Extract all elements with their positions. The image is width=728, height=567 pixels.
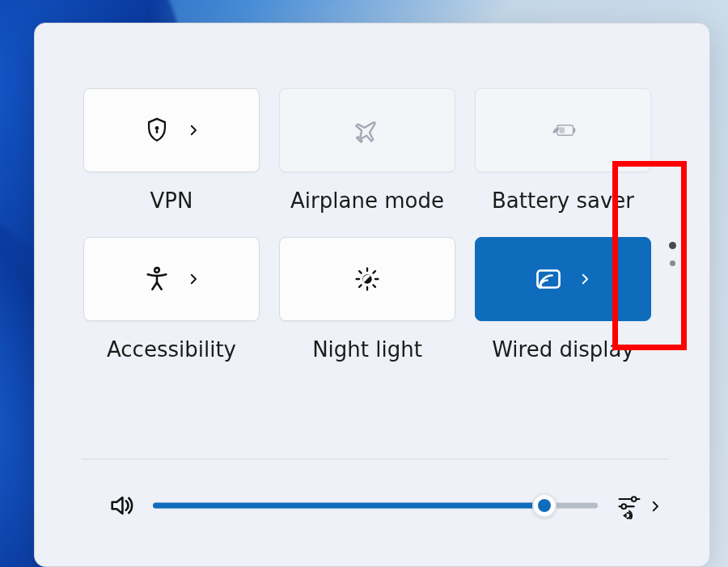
chevron-right-icon [186, 123, 201, 138]
tile-label: Night light [312, 337, 422, 362]
sound-output-button[interactable] [616, 492, 661, 519]
svg-rect-2 [574, 128, 576, 132]
brightness-icon [353, 264, 382, 294]
tile-cell-airplane: Airplane mode [279, 88, 455, 213]
airplane-icon [353, 116, 382, 145]
tile-cell-wired-display: Wired display [475, 237, 651, 362]
tile-label: Accessibility [107, 337, 236, 362]
svg-rect-3 [560, 127, 565, 133]
svg-point-17 [632, 497, 637, 501]
airplane-mode-toggle[interactable] [279, 88, 455, 172]
wired-display-toggle[interactable] [475, 237, 651, 321]
vpn-toggle[interactable] [83, 88, 260, 172]
svg-line-11 [373, 285, 375, 287]
slider-thumb[interactable] [532, 493, 557, 518]
battery-saver-toggle[interactable] [475, 88, 651, 172]
battery-leaf-icon [548, 116, 578, 145]
volume-row [108, 489, 661, 522]
cast-icon [534, 264, 563, 294]
volume-slider[interactable] [153, 489, 598, 522]
svg-line-10 [359, 271, 362, 273]
svg-point-19 [621, 504, 626, 509]
svg-point-0 [155, 126, 159, 130]
tile-label: Airplane mode [290, 188, 444, 213]
accessibility-toggle[interactable] [83, 237, 260, 321]
chevron-right-icon [186, 272, 201, 286]
tile-cell-accessibility: Accessibility [83, 237, 260, 362]
svg-point-4 [154, 268, 159, 273]
night-light-toggle[interactable] [279, 237, 455, 321]
dot-icon [669, 242, 676, 249]
sound-output-icon [616, 492, 643, 519]
accessibility-icon [142, 264, 171, 294]
svg-line-12 [359, 285, 362, 287]
slider-fill [153, 503, 544, 509]
quick-settings-panel: VPN Airplane mode [34, 23, 710, 567]
section-divider [82, 459, 669, 459]
svg-line-13 [373, 271, 375, 273]
chevron-right-icon [648, 499, 661, 512]
more-options-button[interactable] [661, 234, 684, 274]
shield-lock-icon [142, 116, 171, 145]
chevron-right-icon [578, 272, 592, 286]
quick-settings-grid: VPN Airplane mode [83, 88, 669, 362]
svg-point-15 [540, 286, 542, 288]
tile-label: Wired display [492, 337, 634, 362]
tile-label: Battery saver [492, 188, 634, 213]
speaker-icon[interactable] [108, 492, 135, 519]
dot-icon [670, 260, 675, 266]
tile-cell-vpn: VPN [83, 88, 260, 213]
tile-cell-battery-saver: Battery saver [475, 88, 651, 213]
tile-label: VPN [150, 188, 193, 213]
tile-cell-night-light: Night light [279, 237, 455, 362]
